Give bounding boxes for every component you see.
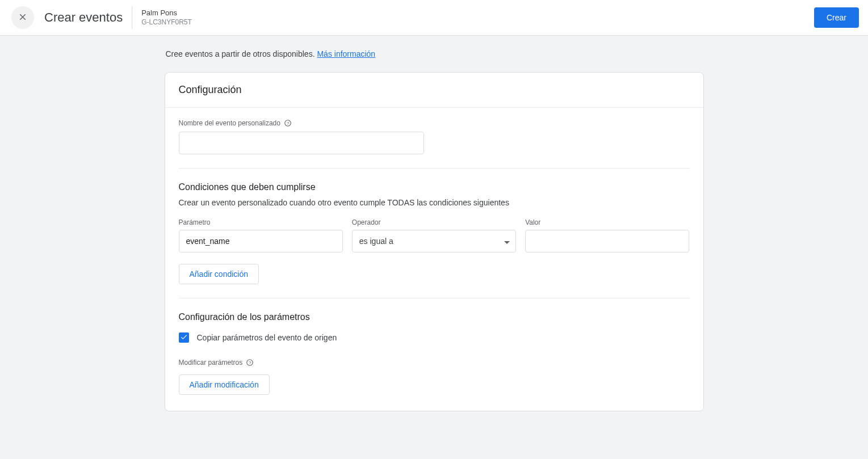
- operator-value: es igual a: [359, 237, 393, 246]
- param-input[interactable]: [179, 230, 343, 252]
- value-label: Valor: [525, 218, 689, 226]
- value-input[interactable]: [525, 230, 689, 252]
- card-header: Configuración: [165, 73, 703, 108]
- copy-params-checkbox[interactable]: [179, 332, 189, 343]
- params-title: Configuración de los parámetros: [179, 312, 690, 322]
- value-column: Valor: [525, 218, 689, 252]
- intro-body: Cree eventos a partir de otros disponibl…: [166, 49, 315, 58]
- create-button[interactable]: Crear: [814, 7, 859, 28]
- event-name-input[interactable]: [179, 132, 424, 154]
- operator-column: Operador es igual a: [352, 218, 516, 252]
- page-content: Cree eventos a partir de otros disponibl…: [165, 36, 704, 434]
- operator-select[interactable]: es igual a: [352, 230, 516, 252]
- operator-label: Operador: [352, 218, 516, 226]
- chevron-down-icon: [504, 237, 510, 246]
- help-icon[interactable]: ?: [284, 119, 292, 127]
- event-name-label-row: Nombre del evento personalizado ?: [179, 119, 690, 127]
- card-title: Configuración: [179, 84, 690, 96]
- page-title: Crear eventos: [44, 6, 132, 29]
- add-condition-button[interactable]: Añadir condición: [179, 264, 259, 284]
- modify-params-label-row: Modificar parámetros ?: [179, 359, 690, 367]
- event-name-label: Nombre del evento personalizado: [179, 119, 280, 127]
- property-name: Palm Pons: [141, 9, 192, 18]
- help-icon[interactable]: ?: [246, 359, 254, 367]
- close-icon: [18, 12, 28, 24]
- param-label: Parámetro: [179, 218, 343, 226]
- check-icon: [180, 333, 188, 343]
- param-column: Parámetro: [179, 218, 343, 252]
- divider: [179, 168, 690, 169]
- svg-text:?: ?: [287, 121, 289, 126]
- svg-text:?: ?: [249, 360, 251, 365]
- conditions-desc: Crear un evento personalizado cuando otr…: [179, 198, 690, 207]
- intro-text: Cree eventos a partir de otros disponibl…: [166, 49, 704, 58]
- property-info: Palm Pons G-LC3NYF0R5T: [132, 9, 192, 27]
- header-bar: Crear eventos Palm Pons G-LC3NYF0R5T Cre…: [0, 0, 868, 36]
- copy-params-row: Copiar parámetros del evento de origen: [179, 332, 690, 343]
- learn-more-link[interactable]: Más información: [317, 49, 375, 58]
- card-body: Nombre del evento personalizado ? Condic…: [165, 108, 703, 411]
- config-card: Configuración Nombre del evento personal…: [165, 72, 704, 411]
- property-id: G-LC3NYF0R5T: [141, 18, 192, 27]
- add-modification-button[interactable]: Añadir modificación: [179, 374, 270, 395]
- copy-params-label: Copiar parámetros del evento de origen: [197, 333, 337, 342]
- condition-row: Parámetro Operador es igual a Valor: [179, 218, 690, 252]
- conditions-title: Condiciones que deben cumplirse: [179, 182, 690, 192]
- modify-params-label: Modificar parámetros: [179, 359, 243, 367]
- close-button[interactable]: [11, 6, 34, 29]
- divider: [179, 298, 690, 298]
